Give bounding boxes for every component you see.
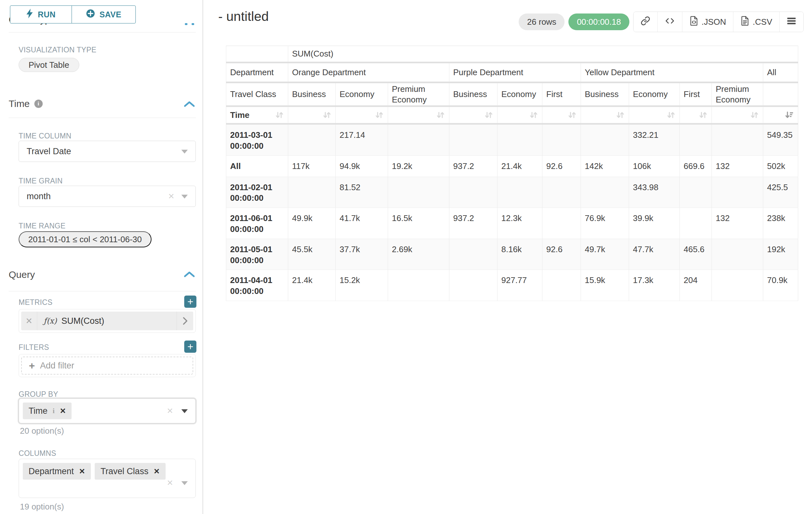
pivot-table: SUM(Cost)DepartmentOrange DepartmentPurp… [226, 46, 798, 301]
table-cell: 217.14 [336, 124, 388, 156]
table-cell [712, 177, 763, 208]
save-button[interactable]: SAVE [71, 5, 136, 23]
sort-icon[interactable] [274, 110, 284, 120]
time-section-title: Time [9, 98, 30, 109]
sort-icon[interactable] [374, 110, 384, 120]
table-cell: 21.4k [288, 270, 336, 301]
sort-icon[interactable] [615, 110, 625, 120]
export-csv-button[interactable]: .CSV [733, 12, 779, 32]
row-label: 2011-06-01 00:00:00 [226, 208, 288, 239]
sort-icon[interactable] [567, 110, 577, 120]
row-label: 2011-03-01 00:00:00 [226, 124, 288, 156]
travel-class-header: First [543, 83, 581, 106]
sort-icon[interactable] [529, 110, 538, 120]
sort-icon[interactable] [749, 110, 759, 120]
clear-icon[interactable]: × [167, 405, 173, 416]
function-icon: ƒ(x) [44, 317, 57, 325]
department-axis-label: Department [226, 63, 288, 83]
remove-metric-icon[interactable]: ✕ [21, 312, 37, 330]
table-cell: 343.98 [629, 177, 680, 208]
add-filter-dropzone[interactable]: + Add filter [21, 357, 193, 375]
table-cell [388, 124, 449, 156]
sort-icon[interactable] [698, 110, 708, 120]
table-cell: 17.3k [629, 270, 680, 301]
tag-label: Department [29, 466, 74, 477]
remove-tag-icon[interactable]: ✕ [60, 407, 66, 415]
table-cell: 92.6 [543, 156, 581, 177]
table-cell [388, 177, 449, 208]
chart-title[interactable]: - untitled [218, 9, 269, 24]
table-row: 2011-06-01 00:00:0049.9k41.7k16.5k937.21… [226, 208, 798, 239]
divider [9, 32, 196, 32]
divider [9, 117, 196, 118]
export-csv-label: .CSV [753, 17, 772, 27]
metric-pill[interactable]: ✕ ƒ(x) SUM(Cost) [21, 312, 193, 330]
filters-control: + Add filter [19, 354, 196, 377]
table-cell: 81.52 [336, 177, 388, 208]
sort-desc-icon[interactable] [784, 110, 794, 120]
chevron-right-icon[interactable] [176, 312, 193, 330]
sort-icon[interactable] [666, 110, 675, 120]
table-cell [712, 270, 763, 301]
department-header-row: DepartmentOrange DepartmentPurple Depart… [226, 63, 798, 83]
time-column-select[interactable]: Travel Date [19, 141, 196, 162]
columns-select[interactable]: Department✕Travel Class✕ × [19, 459, 196, 498]
table-cell [581, 177, 629, 208]
remove-tag-icon[interactable]: ✕ [153, 467, 160, 476]
columns-label: COLUMNS [19, 449, 56, 458]
table-row: 2011-02-01 00:00:0081.52343.98425.5 [226, 177, 798, 208]
run-button[interactable]: RUN [10, 5, 72, 23]
table-cell: 2.69k [388, 239, 449, 270]
table-row: 2011-05-01 00:00:0045.5k37.7k2.69k8.16k9… [226, 239, 798, 270]
view-query-button[interactable] [657, 12, 682, 32]
time-grain-label: TIME GRAIN [19, 177, 63, 185]
sort-icon[interactable] [436, 110, 445, 120]
menu-button[interactable] [779, 12, 803, 32]
save-button-label: SAVE [99, 10, 121, 19]
table-cell: 47.7k [629, 239, 680, 270]
table-row: 2011-04-01 00:00:0021.4k15.2k927.7715.9k… [226, 270, 798, 301]
clear-icon[interactable]: × [168, 191, 174, 201]
control-panel: Chart Type RUN SAVE VISUALIZATION TYPE P… [0, 0, 203, 514]
travel-class-axis-label: Travel Class [226, 83, 288, 106]
sort-icon[interactable] [484, 110, 493, 120]
add-filter-plus-button[interactable]: + [184, 341, 196, 353]
travel-class-header: Premium Economy [388, 83, 449, 106]
table-cell: 132 [712, 156, 763, 177]
row-label: 2011-02-01 00:00:00 [226, 177, 288, 208]
table-cell [497, 177, 543, 208]
visualization-type-pill[interactable]: Pivot Table [19, 58, 79, 72]
travel-class-header: Premium Economy [712, 83, 763, 106]
group-by-select[interactable]: Timei✕ × [19, 398, 196, 424]
remove-tag-icon[interactable]: ✕ [79, 467, 85, 476]
export-json-button[interactable]: .JSON [682, 12, 733, 32]
query-section-header: Query [9, 269, 35, 280]
table-cell: 937.2 [449, 156, 497, 177]
run-save-button-group: RUN SAVE [10, 5, 136, 23]
collapse-chevron-icon[interactable] [183, 270, 195, 279]
table-cell: 15.9k [581, 270, 629, 301]
travel-class-header: Business [449, 83, 497, 106]
table-cell [497, 124, 543, 156]
clear-icon[interactable]: × [167, 477, 173, 488]
share-link-button[interactable] [634, 12, 657, 32]
time-grain-select[interactable]: month × [19, 186, 196, 207]
travel-class-header [763, 83, 798, 106]
select-tag[interactable]: Department✕ [23, 463, 91, 480]
add-metric-button[interactable]: + [184, 296, 196, 308]
table-cell: 502k [763, 156, 798, 177]
select-tag[interactable]: Timei✕ [23, 403, 71, 419]
chevron-down-icon [181, 195, 188, 198]
select-tag[interactable]: Travel Class✕ [95, 463, 165, 480]
table-cell: 106k [629, 156, 680, 177]
sort-icon[interactable] [322, 110, 331, 120]
table-cell: 117k [288, 156, 336, 177]
table-cell: 465.6 [680, 239, 712, 270]
table-cell [288, 124, 336, 156]
time-section-header: Time i [9, 98, 43, 109]
visualization-type-label: VISUALIZATION TYPE [19, 46, 96, 54]
travel-class-header: Business [581, 83, 629, 106]
time-range-pill[interactable]: 2011-01-01 ≤ col < 2011-06-30 [19, 231, 151, 247]
collapse-chevron-icon[interactable] [183, 100, 195, 109]
tag-label: Travel Class [100, 466, 148, 477]
